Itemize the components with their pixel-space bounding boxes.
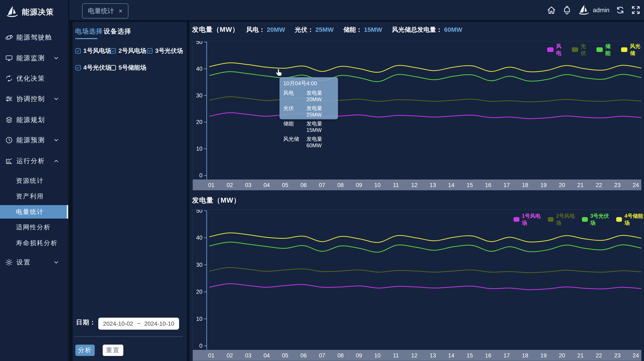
farm-checkbox-1号风电场[interactable]: 1号风电场 [75, 47, 111, 55]
checkbox-unchecked-icon[interactable] [110, 65, 116, 70]
generation-line-chart-2[interactable]: 0102030405001020304050607080910111213141… [193, 210, 641, 361]
energy-dashboard: 能源决策 能源驾驶舱能源监测优化决策协调控制能源规划能源预测运行分析资源统计资产… [0, 0, 644, 361]
checkbox-checked-icon[interactable] [75, 65, 81, 70]
user-name[interactable]: admin [593, 7, 610, 14]
svg-text:10: 10 [196, 316, 202, 322]
stat-value: 20MW [267, 26, 285, 33]
check-icon [148, 49, 152, 53]
sidebar-item-6[interactable]: 运行分析 [0, 155, 68, 167]
sidebar-item-1[interactable]: 能源监测 [0, 52, 68, 64]
tab-label: 电量统计 [88, 6, 114, 15]
date-separator: ~ [137, 320, 140, 327]
chart-tooltip: 10月04号4:00 风电发电量20MW光伏发电量25MW储能发电量15MW风光… [280, 77, 338, 119]
svg-text:02: 02 [227, 182, 233, 188]
legend-swatch-icon [514, 217, 520, 222]
sidebar-item-label: 协调控制 [16, 94, 45, 103]
checkbox-checked-icon[interactable] [147, 48, 152, 54]
tab-close-icon[interactable]: × [119, 7, 122, 14]
svg-text:12: 12 [411, 182, 418, 188]
fullscreen-icon[interactable] [631, 5, 641, 15]
tab-power-statistics[interactable]: 电量统计 × [82, 3, 128, 18]
sidebar-item-3[interactable]: 协调控制 [0, 93, 68, 105]
svg-text:06: 06 [300, 352, 307, 359]
tab-farm-select[interactable]: 电场选择 [75, 27, 103, 36]
svg-text:17: 17 [504, 182, 510, 188]
header-actions: admin [546, 0, 641, 20]
svg-text:24: 24 [633, 182, 639, 188]
legend-item-4号储能场[interactable]: 4号储能场 [616, 212, 644, 226]
tab-device-select[interactable]: 设备选择 [104, 27, 131, 36]
sliders-icon [5, 95, 13, 103]
svg-text:13: 13 [430, 352, 436, 359]
chevron-down-icon [53, 96, 59, 102]
svg-text:14: 14 [448, 182, 454, 188]
bell-icon[interactable] [562, 5, 572, 15]
sidebar-subitem-资源统计[interactable]: 资源统计 [0, 174, 67, 187]
legend-item-风光储[interactable]: 风光储 [621, 43, 644, 57]
svg-text:22: 22 [596, 352, 602, 359]
filter-panel: 电场选择 设备选择 1号风电场2号风电场3号光伏场4号光伏场5号储能场 日期： … [72, 22, 187, 361]
refresh-icon[interactable] [616, 5, 625, 15]
legend-label: 1号风电场 [522, 212, 542, 226]
sidebar-subitem-电量统计[interactable]: 电量统计 [0, 205, 67, 219]
stat-value: 15MW [364, 26, 382, 33]
stats-bar: 发电量（MW） 风电：20MW光伏：25MW储能：15MW风光储总发电量：60M… [192, 25, 472, 34]
svg-text:20: 20 [559, 352, 565, 359]
svg-text:40: 40 [196, 66, 202, 72]
sidebar: 能源决策 能源驾驶舱能源监测优化决策协调控制能源规划能源预测运行分析资源统计资产… [0, 0, 70, 361]
sidebar-item-0[interactable]: 能源驾驶舱 [0, 31, 68, 44]
brand-logo-icon [578, 4, 590, 16]
farm-checkbox-4号光伏场[interactable]: 4号光伏场 [75, 63, 111, 72]
legend-swatch-icon [616, 217, 622, 222]
legend-item-储能[interactable]: 储能 [596, 43, 615, 57]
sidebar-item-4[interactable]: 能源规划 [0, 114, 68, 126]
date-label: 日期： [76, 318, 96, 327]
sidebar-item-label: 能源规划 [16, 115, 45, 124]
legend-item-3号光伏场[interactable]: 3号光伏场 [582, 212, 610, 226]
farm-checkbox-5号储能场[interactable]: 5号储能场 [110, 63, 146, 72]
farm-checkbox-2号风电场[interactable]: 2号风电场 [110, 47, 146, 55]
tooltip-row: 储能发电量15MW [283, 120, 334, 133]
svg-text:30: 30 [196, 92, 202, 99]
svg-text:05: 05 [282, 182, 288, 188]
date-range-input[interactable]: 2024-10-02 ~ 2024-10-10 [98, 318, 179, 330]
analyze-button[interactable]: 分析 [75, 345, 95, 356]
sidebar-item-2[interactable]: 优化决策 [0, 72, 68, 85]
svg-text:18: 18 [522, 352, 528, 359]
legend-item-风电[interactable]: 风电 [547, 43, 566, 57]
legend-label: 光伏 [581, 43, 590, 57]
sidebar-subitem-label: 适网性分析 [16, 223, 51, 232]
sidebar-subitem-适网性分析[interactable]: 适网性分析 [0, 221, 67, 234]
svg-text:11: 11 [393, 352, 399, 359]
home-icon[interactable] [546, 5, 556, 15]
sidebar-subitem-寿命损耗分析[interactable]: 寿命损耗分析 [0, 237, 67, 249]
stat-3: 风光储总发电量：60MW [392, 25, 462, 34]
check-icon [76, 66, 80, 70]
svg-text:15: 15 [466, 182, 473, 188]
svg-text:19: 19 [540, 352, 547, 359]
stat-2: 储能：15MW [343, 25, 382, 34]
legend-swatch-icon [547, 47, 554, 52]
stats-title: 发电量（MW） [192, 25, 239, 34]
legend-swatch-icon [582, 217, 588, 222]
svg-text:24: 24 [633, 352, 639, 359]
legend-item-1号风电场[interactable]: 1号风电场 [514, 212, 542, 226]
checkbox-checked-icon[interactable] [110, 48, 116, 54]
sidebar-item-label: 能源监测 [16, 54, 45, 62]
tooltip-rows: 风电发电量20MW光伏发电量25MW储能发电量15MW风光储发电量60MW [283, 89, 334, 149]
active-tab-underline [75, 38, 98, 39]
legend-item-光伏[interactable]: 光伏 [572, 43, 590, 57]
sidebar-subitem-资产利用[interactable]: 资产利用 [0, 190, 67, 203]
generation-line-chart-1[interactable]: 0102030405001020304050607080910111213141… [193, 41, 641, 190]
check-icon [76, 49, 80, 53]
date-end: 2024-10-10 [144, 320, 174, 327]
checkbox-checked-icon[interactable] [75, 48, 81, 54]
svg-text:10: 10 [374, 352, 380, 359]
reset-button[interactable]: 重置 [103, 345, 123, 356]
sidebar-item-7[interactable]: 设置 [0, 256, 68, 269]
farm-checkbox-3号光伏场[interactable]: 3号光伏场 [147, 47, 183, 55]
sidebar-item-5[interactable]: 能源预测 [0, 134, 68, 146]
svg-text:20: 20 [196, 119, 202, 125]
svg-text:01: 01 [208, 182, 214, 188]
legend-item-2号风电场[interactable]: 2号风电场 [548, 212, 576, 226]
